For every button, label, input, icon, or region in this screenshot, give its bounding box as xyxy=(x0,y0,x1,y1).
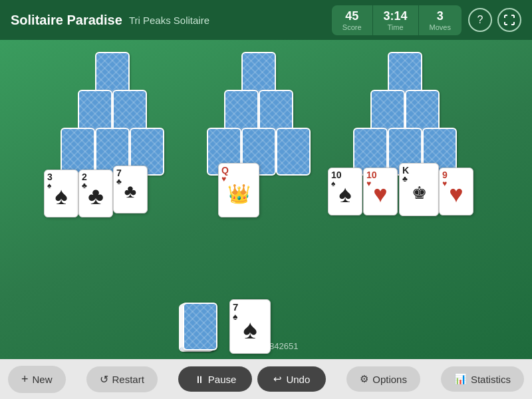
new-button[interactable]: + New xyxy=(8,366,66,393)
new-label: New xyxy=(33,374,53,385)
game-area: 3 ♠ ♠ 2 ♣ ♣ 7 ♣ ♣ Q ♥ 👑 10 ♠ ♠ 10 ♥ ♥ xyxy=(0,40,532,359)
card-10-heart[interactable]: 10 ♥ ♥ xyxy=(363,168,398,215)
options-gear-icon: ⚙ xyxy=(360,373,368,385)
header-left: Solitaire Paradise Tri Peaks Solitaire xyxy=(11,13,209,28)
pause-label: Pause xyxy=(208,374,237,385)
game-subtitle: Tri Peaks Solitaire xyxy=(129,15,209,26)
center-actions: ⏸ Pause ↩ Undo xyxy=(178,366,326,392)
restart-icon: ↺ xyxy=(100,373,108,386)
undo-label: Undo xyxy=(286,374,310,385)
pause-button[interactable]: ⏸ Pause xyxy=(178,366,253,392)
new-plus-icon: + xyxy=(21,372,29,386)
header: Solitaire Paradise Tri Peaks Solitaire 4… xyxy=(0,0,532,40)
score-block: 45 Score xyxy=(332,5,373,35)
card-9-heart[interactable]: 9 ♥ ♥ xyxy=(439,168,473,215)
header-actions: ? xyxy=(468,8,521,32)
help-button[interactable]: ? xyxy=(468,8,492,32)
moves-value: 3 xyxy=(437,9,444,23)
restart-label: Restart xyxy=(112,374,144,385)
card-2-club[interactable]: 2 ♣ ♣ xyxy=(78,170,113,217)
card-queen-heart[interactable]: Q ♥ 👑 xyxy=(218,163,259,217)
time-value: 3:14 xyxy=(384,9,408,23)
statistics-label: Statistics xyxy=(471,374,511,385)
peak2-r3-r[interactable] xyxy=(276,128,311,176)
card-king-club[interactable]: K ♣ ♚ xyxy=(399,163,439,216)
restart-button[interactable]: ↺ Restart xyxy=(86,366,158,392)
app-title: Solitaire Paradise xyxy=(11,13,122,28)
score-label: Score xyxy=(342,23,362,31)
time-block: 3:14 Time xyxy=(373,5,419,35)
options-button[interactable]: ⚙ Options xyxy=(346,366,420,392)
peak1-r3-l[interactable] xyxy=(61,128,95,176)
undo-button[interactable]: ↩ Undo xyxy=(257,366,326,392)
undo-icon: ↩ xyxy=(273,373,282,385)
card-3-spade[interactable]: 3 ♠ ♠ xyxy=(44,170,78,217)
pause-icon: ⏸ xyxy=(194,374,204,385)
fullscreen-button[interactable] xyxy=(497,8,521,32)
card-10-spade[interactable]: 10 ♠ ♠ xyxy=(328,168,362,215)
statistics-button[interactable]: 📊 Statistics xyxy=(441,366,524,392)
header-stats: 45 Score 3:14 Time 3 Moves xyxy=(332,5,462,35)
toolbar: + New ↺ Restart ⏸ Pause ↩ Undo ⚙ Options… xyxy=(0,359,532,399)
game-number: Game #2842651 xyxy=(234,341,299,351)
draw-back-top[interactable] xyxy=(183,303,217,350)
options-label: Options xyxy=(372,374,407,385)
card-7-club[interactable]: 7 ♣ ♣ xyxy=(113,166,148,213)
score-value: 45 xyxy=(345,9,358,23)
time-label: Time xyxy=(388,23,404,31)
moves-block: 3 Moves xyxy=(419,5,462,35)
moves-label: Moves xyxy=(430,23,451,31)
statistics-chart-icon: 📊 xyxy=(454,373,467,385)
